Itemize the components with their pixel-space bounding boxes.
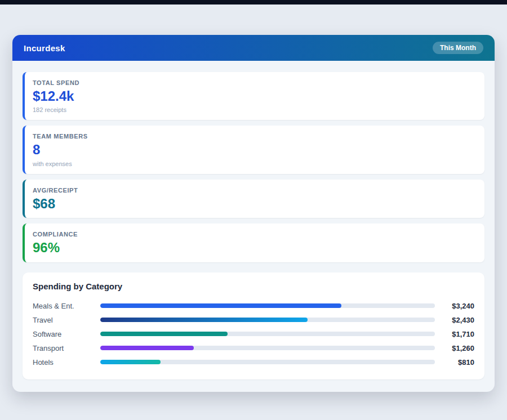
chart-rows: Meals & Ent. $3,240 Travel $2,430 Softwa… (33, 299, 474, 369)
category-label: Meals & Ent. (33, 302, 100, 310)
stat-label: TEAM MEMBERS (33, 133, 475, 140)
category-label: Transport (33, 344, 100, 352)
content: TOTAL SPEND $12.4k 182 receipts TEAM MEM… (12, 61, 495, 392)
category-label: Travel (33, 316, 100, 324)
stat-value: $68 (33, 196, 475, 211)
chart-row: Meals & Ent. $3,240 (33, 299, 474, 313)
value-label: $2,430 (435, 316, 474, 324)
bar (100, 346, 194, 350)
value-label: $1,710 (435, 330, 474, 338)
app-title: Incurdesk (24, 43, 65, 53)
category-label: Software (33, 330, 100, 338)
app-card: Incurdesk This Month TOTAL SPEND $12.4k … (12, 35, 495, 392)
value-label: $810 (435, 358, 474, 367)
stat-value: 8 (33, 142, 475, 157)
stats-list: TOTAL SPEND $12.4k 182 receipts TEAM MEM… (23, 72, 484, 262)
chart-row: Transport $1,260 (33, 341, 474, 355)
chart-row: Software $1,710 (33, 327, 474, 341)
bar-track (100, 332, 435, 336)
stat-card: TOTAL SPEND $12.4k 182 receipts (23, 72, 484, 120)
stat-value: 96% (33, 240, 475, 255)
app-header: Incurdesk This Month (12, 35, 495, 61)
stat-card: AVG/RECEIPT $68 (23, 180, 484, 218)
stat-card: COMPLIANCE 96% (23, 224, 484, 262)
stat-label: COMPLIANCE (33, 231, 475, 238)
bar (100, 303, 341, 308)
chart-title: Spending by Category (33, 282, 474, 291)
stat-label: AVG/RECEIPT (33, 187, 475, 194)
bar (100, 360, 161, 364)
value-label: $3,240 (435, 302, 474, 310)
stat-label: TOTAL SPEND (33, 79, 475, 86)
bar (100, 318, 308, 322)
chart-row: Travel $2,430 (33, 313, 474, 327)
stat-value: $12.4k (33, 89, 475, 104)
stat-caption: with expenses (33, 160, 475, 167)
stat-caption: 182 receipts (33, 106, 475, 113)
period-badge[interactable]: This Month (433, 42, 483, 54)
bar-track (100, 360, 435, 364)
bar-track (100, 346, 435, 350)
bar (100, 332, 228, 336)
bar-track (100, 303, 435, 308)
top-strip (0, 0, 507, 5)
category-label: Hotels (33, 358, 100, 367)
spending-chart-card: Spending by Category Meals & Ent. $3,240… (23, 272, 484, 379)
bar-track (100, 318, 435, 322)
stat-card: TEAM MEMBERS 8 with expenses (23, 126, 484, 173)
chart-row: Hotels $810 (33, 355, 474, 369)
value-label: $1,260 (435, 344, 474, 352)
page: Incurdesk This Month TOTAL SPEND $12.4k … (0, 0, 507, 392)
